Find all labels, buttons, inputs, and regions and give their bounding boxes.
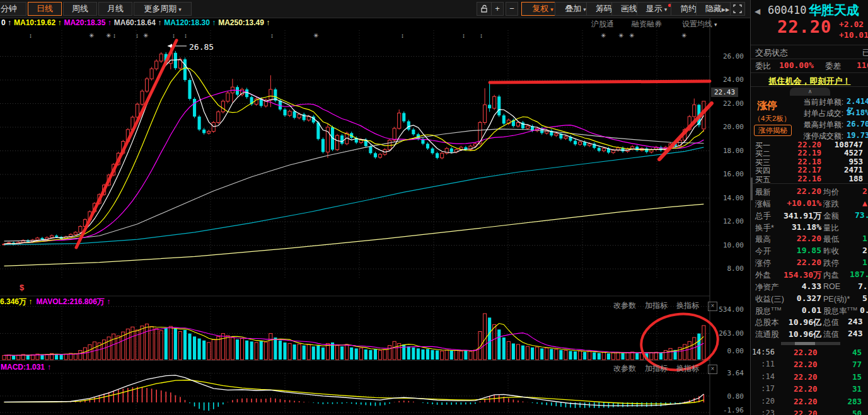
- stat-label: 总手: [755, 211, 771, 222]
- news-marker-icon[interactable]: ↕: [480, 32, 483, 39]
- current-price-axis-marker: 22.43: [711, 88, 738, 97]
- event-marker-icon[interactable]: ✳: [618, 32, 623, 39]
- axis-tick-label: 24.00: [707, 76, 744, 84]
- event-marker-icon[interactable]: ✳: [313, 32, 318, 39]
- limit-up-row-value: 26.701: [847, 120, 868, 128]
- news-marker-icon[interactable]: ↕: [184, 32, 187, 39]
- axis-tick-label: 8.00: [707, 264, 744, 273]
- stat-value: 187.6: [850, 270, 868, 279]
- stat-label: 最高: [755, 234, 771, 245]
- news-marker-icon[interactable]: ↕: [270, 32, 274, 39]
- stat-label: 外盘: [755, 270, 771, 281]
- stat-value: 2: [862, 186, 867, 196]
- axis-tick-label: 14.00: [707, 194, 744, 202]
- zoom-in-button[interactable]: +: [491, 2, 504, 16]
- stat-value: 4.33: [773, 281, 821, 291]
- axis-tick-label: 0.00: [707, 347, 744, 355]
- period-tab-weekly[interactable]: 周线: [63, 2, 97, 16]
- tick-price: 22.20: [794, 348, 818, 357]
- stat-label: 量比: [823, 223, 839, 234]
- tick-volume: 31: [824, 384, 862, 394]
- add-indicator-button[interactable]: 加指标: [645, 301, 668, 310]
- stock-chart-canvas[interactable]: 26.85: [0, 0, 750, 415]
- stat-value: 0.01: [773, 305, 821, 315]
- switch-indicator-button[interactable]: 换指标: [676, 301, 699, 310]
- period-tab-more[interactable]: 更多周期▾: [134, 2, 192, 16]
- open-account-link[interactable]: 抓住机会，即刻开户！: [751, 75, 868, 87]
- change-params-button[interactable]: 改参数: [613, 301, 636, 310]
- period-tab-monthly[interactable]: 月线: [98, 2, 132, 16]
- stat-value: 31.18%: [773, 222, 821, 232]
- add-indicator-button[interactable]: 加指标: [645, 364, 668, 373]
- news-marker-icon[interactable]: ↕: [29, 32, 32, 39]
- event-marker-icon[interactable]: ✳: [601, 32, 606, 39]
- period-tab-minute[interactable]: 分钟: [0, 2, 26, 16]
- switch-indicator-button[interactable]: 换指标: [676, 364, 699, 373]
- event-marker-icon[interactable]: ✳: [681, 32, 686, 39]
- axis-tick-label: -1.96: [707, 406, 744, 414]
- divider: [751, 183, 868, 184]
- fullscreen-icon[interactable]: [730, 2, 745, 16]
- axis-tick-label: 534.00: [707, 305, 744, 314]
- unlock-icon[interactable]: [477, 2, 492, 16]
- divider: [751, 59, 868, 59]
- stock-code: 600410: [768, 4, 806, 16]
- tick-volume: 283: [824, 397, 862, 406]
- margin-trading-button[interactable]: 融资融券: [632, 19, 662, 30]
- stat-value: 1: [862, 234, 867, 243]
- axis-tick-label: 26.00: [707, 52, 744, 60]
- scrollbar-thumb[interactable]: [795, 342, 815, 345]
- stat-value: 2: [862, 246, 867, 255]
- axis-tick-label: 22.00: [707, 99, 744, 108]
- trade-status-label: 交易状态: [755, 47, 788, 59]
- horizontal-scrollbar[interactable]: [781, 342, 840, 345]
- stat-value: 341.91万: [773, 210, 821, 222]
- trade-status-value: 已收盘: [862, 47, 868, 59]
- axis-tick-label: 20.00: [707, 123, 744, 131]
- change-params-button[interactable]: 改参数: [613, 364, 636, 373]
- event-marker-icon[interactable]: ✳: [143, 32, 148, 39]
- stat-value: 73.7: [855, 210, 868, 220]
- chevron-down-icon: ▾: [178, 6, 182, 13]
- money-icon[interactable]: $: [20, 283, 24, 292]
- ma-label: MA120:18.30 ↑: [164, 18, 216, 27]
- news-marker-icon[interactable]: ↕: [462, 32, 465, 39]
- collapse-panel-button[interactable]: ∧: [790, 88, 830, 96]
- axis-tick-label: 16.00: [707, 170, 744, 178]
- stat-value: 154.30万: [773, 270, 821, 281]
- tick-price: 22.20: [794, 372, 818, 382]
- hugutong-button[interactable]: 沪股通: [591, 19, 614, 30]
- stock-name: 华胜天成: [809, 2, 859, 19]
- ma-settings-button[interactable]: 设置均线▾: [682, 19, 717, 30]
- toolbar: 分钟 日线 周线 月线 更多周期▾ + − 复权▾ 叠加▾ 筹码 画线 显示▾ …: [0, 0, 750, 18]
- tick-price: 22.20: [794, 409, 818, 415]
- stat-label: 最新: [755, 187, 771, 198]
- vertical-scrollbar-thumb[interactable]: [751, 178, 753, 200]
- quote-side-panel: ◀ 600410 华胜天成 22.20 +2.02 +10.01% 交易状态 已…: [750, 0, 868, 415]
- stat-label: 跌停: [823, 258, 839, 269]
- tick-time: 14:56: [751, 348, 775, 356]
- last-price: 22.20: [777, 17, 831, 37]
- event-marker-icon[interactable]: ✳: [89, 32, 94, 39]
- trading-app-window: 26.85 分钟 日线 周线 月线 更多周期▾ + − 复权▾ 叠加▾ 筹码 画…: [0, 0, 868, 415]
- news-marker-icon[interactable]: ↕: [113, 32, 116, 39]
- tick-price: 22.20: [794, 397, 818, 406]
- axis-tick-label: 18.00: [707, 147, 744, 155]
- limit-up-row-label: 当前封单额:: [785, 97, 843, 108]
- news-marker-icon[interactable]: ↕: [136, 32, 139, 39]
- event-marker-icon[interactable]: ✳: [106, 32, 111, 39]
- limit-up-row-value: 19.734: [847, 131, 868, 140]
- news-marker-icon[interactable]: ↕: [401, 32, 404, 39]
- news-marker-icon[interactable]: ↕: [172, 32, 175, 39]
- ma-legend: 0 ↑MA10:19.62 ↑MA20:18.35 ↑MA60:18.64 ↑M…: [1, 18, 272, 29]
- back-icon[interactable]: ◀: [755, 7, 760, 16]
- stat-value: 5: [862, 293, 867, 303]
- period-tab-daily[interactable]: 日线: [28, 2, 62, 16]
- tick-time: :20: [751, 397, 775, 406]
- ma-label: 0 ↑: [1, 18, 11, 27]
- chevron-down-icon: ▾: [714, 21, 717, 28]
- stat-value: 10.96亿: [773, 317, 821, 328]
- zoom-out-button[interactable]: −: [506, 2, 518, 16]
- stat-label: 金额: [823, 211, 839, 222]
- event-marker-icon[interactable]: ✳: [629, 32, 634, 39]
